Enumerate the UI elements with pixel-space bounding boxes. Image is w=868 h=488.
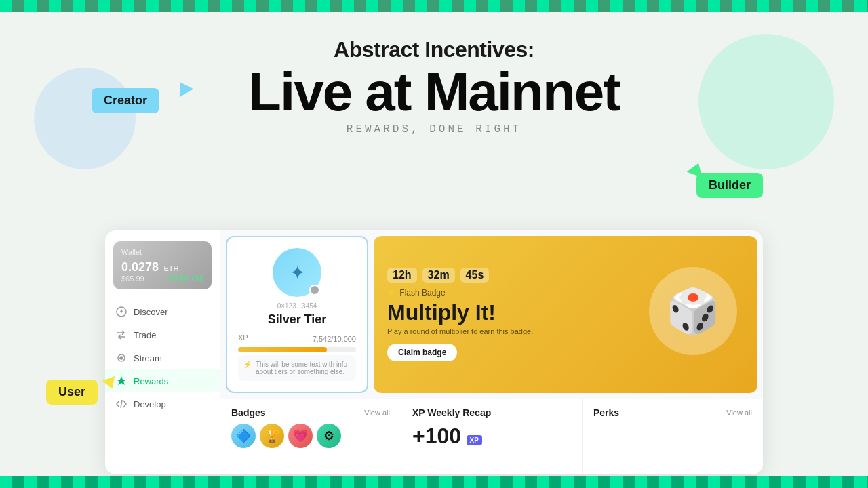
svg-marker-0 — [175, 80, 193, 97]
timer-hours-value: 12h — [387, 268, 417, 283]
flash-description: Play a round of multiplier to earn this … — [387, 327, 533, 336]
badges-header: Badges View all — [231, 407, 390, 418]
badge-blue: 🔷 — [231, 424, 256, 448]
user-label: User — [46, 380, 98, 405]
tier-address: 0×123...3454 — [277, 302, 317, 310]
tier-avatar-icon: ✦ — [290, 262, 305, 284]
top-border — [0, 0, 868, 12]
perks-view-all[interactable]: View all — [726, 409, 752, 417]
perks-header: Perks View all — [593, 407, 752, 418]
xp-current: 7,542 — [313, 335, 332, 343]
timer-seconds: 45s — [460, 268, 490, 283]
sidebar-item-stream[interactable]: Stream — [105, 346, 220, 369]
flash-timer: 12h 32m 45s — [387, 268, 533, 283]
svg-marker-7 — [117, 376, 126, 385]
sidebar-item-rewards[interactable]: Rewards — [105, 369, 220, 392]
flash-dice: 🎲 — [649, 267, 744, 362]
wallet-currency: ETH — [164, 264, 179, 272]
wallet-label: Wallet — [121, 248, 203, 256]
hero-subtitle: Abstract Incentives: — [0, 37, 868, 62]
timer-minutes-value: 32m — [422, 268, 455, 283]
wallet-amount: 0.0278 — [121, 260, 159, 274]
main-content: ✦ 0×123...3454 Silver Tier XP 7,542/10,0… — [220, 230, 763, 474]
badges-view-all[interactable]: View all — [364, 409, 390, 417]
claim-badge-button[interactable]: Claim badge — [387, 344, 457, 361]
badge-teal: ⚙ — [317, 424, 341, 448]
timer-minutes: 32m — [422, 268, 455, 283]
trade-label: Trade — [134, 330, 156, 340]
wallet-card: Wallet 0.0278 ETH +34.8% (7d) $65.99 — [113, 241, 212, 289]
dashboard: Wallet 0.0278 ETH +34.8% (7d) $65.99 Dis… — [105, 230, 763, 474]
discover-label: Discover — [134, 307, 168, 317]
xp-recap-value-row: +100 XP — [412, 424, 571, 449]
wallet-change: +34.8% (7d) — [166, 274, 203, 282]
timer-seconds-value: 45s — [460, 268, 490, 283]
bottom-border — [0, 476, 868, 488]
perks-card: Perks View all — [583, 399, 763, 474]
tier-card: ✦ 0×123...3454 Silver Tier XP 7,542/10,0… — [226, 236, 368, 393]
hero-tagline: REWARDS, DONE RIGHT — [0, 123, 868, 136]
tier-info-text: This will be some text with info about t… — [256, 361, 351, 375]
badge-gold: 🏆 — [260, 424, 284, 448]
xp-recap-title: XP Weekly Recap — [412, 407, 491, 418]
rewards-label: Rewards — [134, 376, 168, 386]
xp-recap-header: XP Weekly Recap — [412, 407, 571, 418]
flash-content: 12h 32m 45s ⚡ Flash Badge Multiply It! P… — [387, 268, 533, 361]
xp-values: 7,542/10,000 — [313, 335, 356, 343]
sidebar: Wallet 0.0278 ETH +34.8% (7d) $65.99 Dis… — [105, 230, 220, 474]
xp-chip: XP — [467, 435, 482, 445]
content-top-row: ✦ 0×123...3454 Silver Tier XP 7,542/10,0… — [220, 230, 763, 399]
sidebar-item-discover[interactable]: Discover — [105, 300, 220, 323]
xp-bar-fill — [238, 347, 327, 352]
xp-recap-value: +100 — [412, 424, 461, 448]
hero-section: Abstract Incentives: Live at Mainnet REW… — [0, 0, 868, 136]
sidebar-item-trade[interactable]: Trade — [105, 323, 220, 346]
flash-title: Multiply It! — [387, 302, 533, 323]
tier-info: ⚡ This will be some text with info about… — [238, 355, 356, 381]
xp-label: XP — [238, 333, 248, 342]
compass-icon — [116, 306, 127, 317]
perks-title: Perks — [593, 407, 619, 418]
tier-avatar: ✦ — [273, 248, 321, 297]
develop-icon — [116, 399, 127, 409]
timer-hours: 12h — [387, 268, 417, 283]
svg-marker-1 — [687, 161, 705, 178]
arrow-builder — [686, 161, 705, 183]
develop-label: Develop — [134, 399, 166, 409]
stream-icon — [116, 352, 127, 363]
builder-label: Builder — [696, 173, 763, 198]
trade-icon — [116, 329, 127, 340]
badge-pink: 💗 — [288, 424, 313, 448]
creator-label: Creator — [92, 88, 159, 113]
stream-label: Stream — [134, 353, 162, 363]
badges-card: Badges View all 🔷 🏆 💗 ⚙ — [220, 399, 401, 474]
xp-header: XP 7,542/10,000 — [238, 333, 356, 344]
xp-recap-card: XP Weekly Recap +100 XP — [401, 399, 583, 474]
svg-marker-2 — [102, 376, 118, 390]
xp-max: 10,000 — [333, 335, 356, 343]
tier-info-icon: ⚡ — [243, 361, 252, 368]
flash-card: 12h 32m 45s ⚡ Flash Badge Multiply It! P… — [374, 236, 757, 393]
sidebar-item-develop[interactable]: Develop — [105, 392, 220, 415]
arrow-user — [102, 374, 118, 393]
badge-icons-row: 🔷 🏆 💗 ⚙ — [231, 424, 390, 448]
svg-point-6 — [120, 357, 123, 359]
badges-title: Badges — [231, 407, 266, 418]
flash-badge-label: ⚡ Flash Badge — [387, 288, 533, 298]
tier-name: Silver Tier — [268, 312, 327, 327]
dice-visual: 🎲 — [649, 267, 737, 355]
bottom-row: Badges View all 🔷 🏆 💗 ⚙ XP Weekly Recap … — [220, 399, 763, 474]
tier-status-dot — [309, 285, 320, 296]
svg-marker-4 — [120, 309, 123, 313]
arrow-creator — [175, 80, 194, 102]
xp-progress-bar — [238, 347, 356, 352]
wallet-amount-row: 0.0278 ETH +34.8% (7d) — [121, 260, 203, 274]
